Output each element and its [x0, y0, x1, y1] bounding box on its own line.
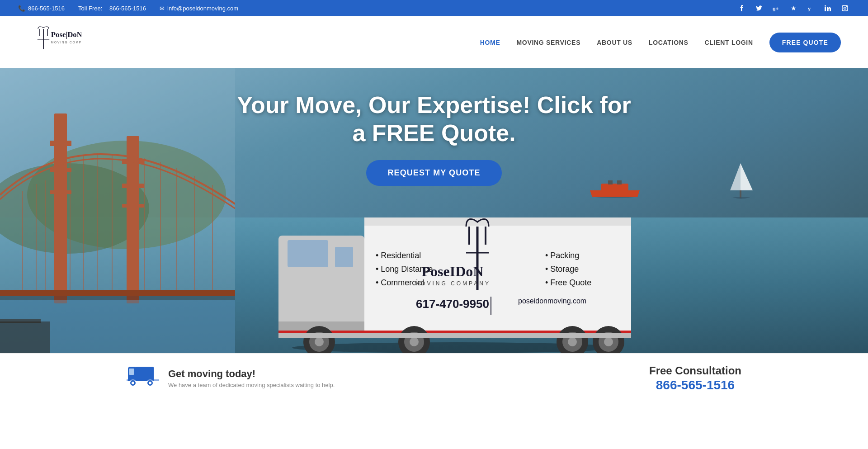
svg-rect-4	[842, 5, 848, 11]
hero-section: Your Move, Our Expertise! Click for a FR…	[0, 68, 868, 353]
instagram-icon[interactable]	[840, 3, 850, 13]
top-bar-left: 📞 866-565-1516 Toll Free: 866-565-1516 ✉…	[18, 5, 238, 12]
request-quote-button[interactable]: REQUEST MY QUOTE	[366, 160, 502, 186]
svg-rect-2	[825, 7, 826, 11]
free-consultation-block: Free Consultation 866-565-1516	[649, 364, 741, 392]
logo[interactable]: Pose|DoN MOVING COMPANY	[27, 20, 81, 65]
svg-text:y: y	[808, 6, 811, 11]
googleplus-icon[interactable]: g+	[771, 3, 781, 13]
linkedin-icon[interactable]	[823, 3, 833, 13]
svg-text:Pose|DoN: Pose|DoN	[51, 30, 81, 39]
hero-content: Your Move, Our Expertise! Click for a FR…	[0, 91, 868, 186]
yelp-icon[interactable]: y	[806, 3, 816, 13]
get-moving-block: Get moving today! We have a team of dedi…	[127, 362, 335, 395]
svg-point-5	[844, 7, 846, 9]
svg-rect-91	[127, 379, 159, 381]
get-moving-text: Get moving today! We have a team of dedi…	[168, 368, 335, 388]
svg-text:g+: g+	[773, 6, 778, 11]
svg-rect-85	[136, 367, 154, 381]
nav-locations[interactable]: LOCATIONS	[649, 39, 689, 46]
phone-icon: 📞	[18, 5, 25, 12]
hero-headline: Your Move, Our Expertise! Click for a FR…	[231, 91, 637, 147]
truck-icon	[127, 362, 159, 395]
phone-primary-number: 866-565-1516	[28, 5, 65, 12]
header: Pose|DoN MOVING COMPANY HOME MOVING SERV…	[0, 16, 868, 68]
logo-svg: Pose|DoN MOVING COMPANY	[27, 20, 81, 65]
water-overlay	[0, 217, 868, 353]
main-nav: HOME MOVING SERVICES ABOUT US LOCATIONS …	[480, 33, 841, 52]
svg-point-3	[825, 5, 826, 7]
get-moving-title: Get moving today!	[168, 368, 335, 380]
free-consult-phone[interactable]: 866-565-1516	[649, 378, 741, 392]
email-contact[interactable]: ✉ info@poseidonmoving.com	[160, 5, 238, 12]
toll-free-label: Toll Free:	[78, 5, 102, 12]
email-icon: ✉	[160, 5, 165, 12]
social-icons: g+ ★ y	[737, 3, 850, 13]
svg-point-90	[149, 382, 151, 384]
toll-free-number: 866-565-1516	[109, 5, 146, 12]
svg-rect-86	[129, 369, 134, 375]
email-address: info@poseidonmoving.com	[167, 5, 238, 12]
top-bar: 📞 866-565-1516 Toll Free: 866-565-1516 ✉…	[0, 0, 868, 16]
toll-free[interactable]: Toll Free: 866-565-1516	[78, 5, 146, 12]
bottom-section: Get moving today! We have a team of dedi…	[0, 353, 868, 403]
nav-home[interactable]: HOME	[480, 39, 500, 46]
twitter-icon[interactable]	[754, 3, 764, 13]
star-icon[interactable]: ★	[788, 3, 798, 13]
phone-primary[interactable]: 📞 866-565-1516	[18, 5, 65, 12]
nav-about-us[interactable]: ABOUT US	[597, 39, 632, 46]
svg-point-6	[846, 6, 847, 7]
nav-client-login[interactable]: CLIENT LOGIN	[705, 39, 753, 46]
get-moving-sub: We have a team of dedicated moving speci…	[168, 382, 335, 388]
facebook-icon[interactable]	[737, 3, 747, 13]
free-consult-title: Free Consultation	[649, 364, 741, 377]
svg-point-88	[132, 382, 134, 384]
svg-text:MOVING COMPANY: MOVING COMPANY	[51, 40, 81, 43]
free-quote-button[interactable]: FREE QUOTE	[769, 33, 841, 52]
nav-moving-services[interactable]: MOVING SERVICES	[516, 39, 580, 46]
